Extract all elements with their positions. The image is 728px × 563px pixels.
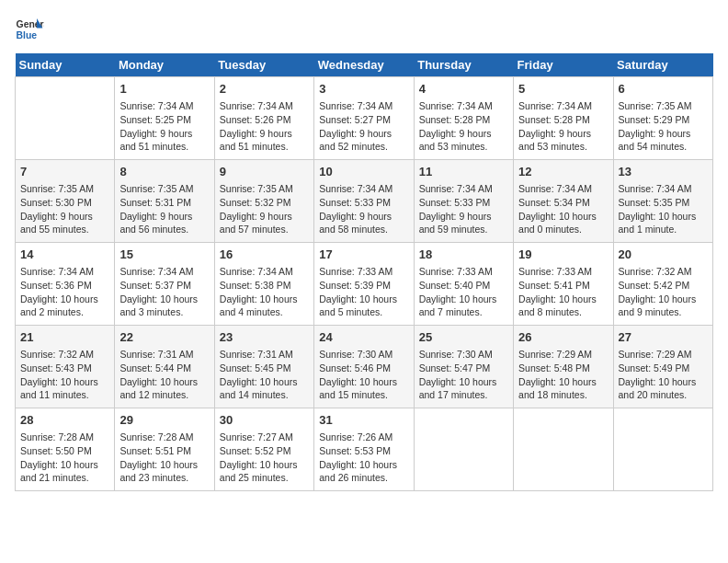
day-number: 5 (518, 81, 608, 98)
day-info: Sunrise: 7:28 AM Sunset: 5:51 PM Dayligh… (119, 431, 209, 485)
calendar-cell: 14Sunrise: 7:34 AM Sunset: 5:36 PM Dayli… (16, 243, 115, 326)
day-info: Sunrise: 7:31 AM Sunset: 5:44 PM Dayligh… (119, 348, 209, 402)
logo: General Blue (15, 15, 48, 44)
day-info: Sunrise: 7:30 AM Sunset: 5:47 PM Dayligh… (419, 348, 508, 402)
calendar-cell (613, 408, 712, 491)
day-number: 23 (220, 329, 309, 346)
day-info: Sunrise: 7:32 AM Sunset: 5:43 PM Dayligh… (20, 348, 109, 402)
calendar-cell: 6Sunrise: 7:35 AM Sunset: 5:29 PM Daylig… (613, 77, 712, 160)
calendar-header-monday: Monday (115, 53, 214, 77)
day-info: Sunrise: 7:34 AM Sunset: 5:33 PM Dayligh… (319, 182, 408, 236)
day-number: 27 (619, 329, 708, 346)
calendar-week-4: 21Sunrise: 7:32 AM Sunset: 5:43 PM Dayli… (16, 326, 713, 408)
day-number: 25 (419, 329, 508, 346)
day-info: Sunrise: 7:33 AM Sunset: 5:39 PM Dayligh… (319, 265, 408, 319)
day-number: 29 (119, 412, 209, 429)
calendar-cell (514, 408, 613, 491)
day-number: 17 (319, 247, 408, 263)
calendar-header-thursday: Thursday (414, 53, 513, 77)
calendar-cell: 31Sunrise: 7:26 AM Sunset: 5:53 PM Dayli… (314, 408, 414, 491)
calendar-cell: 9Sunrise: 7:35 AM Sunset: 5:32 PM Daylig… (214, 160, 313, 243)
day-info: Sunrise: 7:34 AM Sunset: 5:26 PM Dayligh… (220, 99, 309, 154)
day-number: 11 (419, 164, 508, 180)
calendar-cell: 7Sunrise: 7:35 AM Sunset: 5:30 PM Daylig… (16, 160, 115, 243)
calendar-header-row: SundayMondayTuesdayWednesdayThursdayFrid… (16, 53, 713, 77)
day-info: Sunrise: 7:34 AM Sunset: 5:33 PM Dayligh… (419, 182, 508, 236)
day-number: 1 (119, 81, 209, 98)
day-info: Sunrise: 7:34 AM Sunset: 5:38 PM Dayligh… (220, 265, 309, 319)
page-header: General Blue (15, 15, 713, 44)
day-info: Sunrise: 7:35 AM Sunset: 5:31 PM Dayligh… (119, 182, 209, 236)
calendar-cell: 5Sunrise: 7:34 AM Sunset: 5:28 PM Daylig… (514, 77, 613, 160)
calendar-cell: 28Sunrise: 7:28 AM Sunset: 5:50 PM Dayli… (16, 408, 115, 491)
day-info: Sunrise: 7:35 AM Sunset: 5:29 PM Dayligh… (619, 99, 708, 154)
calendar-cell: 1Sunrise: 7:34 AM Sunset: 5:25 PM Daylig… (115, 77, 214, 160)
calendar-cell: 17Sunrise: 7:33 AM Sunset: 5:39 PM Dayli… (314, 243, 414, 326)
day-info: Sunrise: 7:27 AM Sunset: 5:52 PM Dayligh… (220, 431, 309, 485)
calendar-cell: 15Sunrise: 7:34 AM Sunset: 5:37 PM Dayli… (115, 243, 214, 326)
day-number: 12 (518, 164, 608, 180)
calendar-cell: 24Sunrise: 7:30 AM Sunset: 5:46 PM Dayli… (314, 326, 414, 408)
day-number: 9 (220, 164, 309, 180)
calendar-cell: 18Sunrise: 7:33 AM Sunset: 5:40 PM Dayli… (414, 243, 513, 326)
calendar-week-5: 28Sunrise: 7:28 AM Sunset: 5:50 PM Dayli… (16, 408, 713, 491)
calendar-cell: 26Sunrise: 7:29 AM Sunset: 5:48 PM Dayli… (514, 326, 613, 408)
day-info: Sunrise: 7:34 AM Sunset: 5:27 PM Dayligh… (319, 99, 408, 154)
day-info: Sunrise: 7:32 AM Sunset: 5:42 PM Dayligh… (619, 265, 708, 319)
day-info: Sunrise: 7:33 AM Sunset: 5:40 PM Dayligh… (419, 265, 508, 319)
day-number: 21 (20, 329, 109, 346)
day-info: Sunrise: 7:35 AM Sunset: 5:32 PM Dayligh… (220, 182, 309, 236)
day-number: 26 (518, 329, 608, 346)
day-info: Sunrise: 7:35 AM Sunset: 5:30 PM Dayligh… (20, 182, 109, 236)
day-info: Sunrise: 7:34 AM Sunset: 5:37 PM Dayligh… (119, 265, 209, 319)
day-info: Sunrise: 7:34 AM Sunset: 5:36 PM Dayligh… (20, 265, 109, 319)
calendar-week-1: 1Sunrise: 7:34 AM Sunset: 5:25 PM Daylig… (16, 77, 713, 160)
calendar-cell: 21Sunrise: 7:32 AM Sunset: 5:43 PM Dayli… (16, 326, 115, 408)
day-number: 30 (220, 412, 309, 429)
day-number: 15 (119, 247, 209, 263)
calendar-cell: 16Sunrise: 7:34 AM Sunset: 5:38 PM Dayli… (214, 243, 313, 326)
day-number: 18 (419, 247, 508, 263)
day-number: 19 (518, 247, 608, 263)
day-number: 2 (220, 81, 309, 98)
calendar-cell (414, 408, 513, 491)
calendar-week-2: 7Sunrise: 7:35 AM Sunset: 5:30 PM Daylig… (16, 160, 713, 243)
day-number: 13 (619, 164, 708, 180)
day-info: Sunrise: 7:29 AM Sunset: 5:49 PM Dayligh… (619, 348, 708, 402)
calendar-header-wednesday: Wednesday (314, 53, 414, 77)
calendar-cell: 23Sunrise: 7:31 AM Sunset: 5:45 PM Dayli… (214, 326, 313, 408)
day-number: 3 (319, 81, 408, 98)
calendar-cell: 12Sunrise: 7:34 AM Sunset: 5:34 PM Dayli… (514, 160, 613, 243)
calendar-cell: 19Sunrise: 7:33 AM Sunset: 5:41 PM Dayli… (514, 243, 613, 326)
day-number: 16 (220, 247, 309, 263)
calendar-cell: 22Sunrise: 7:31 AM Sunset: 5:44 PM Dayli… (115, 326, 214, 408)
day-number: 4 (419, 81, 508, 98)
svg-text:Blue: Blue (17, 30, 38, 40)
calendar-cell: 25Sunrise: 7:30 AM Sunset: 5:47 PM Dayli… (414, 326, 513, 408)
calendar-week-3: 14Sunrise: 7:34 AM Sunset: 5:36 PM Dayli… (16, 243, 713, 326)
calendar-cell: 2Sunrise: 7:34 AM Sunset: 5:26 PM Daylig… (214, 77, 313, 160)
day-info: Sunrise: 7:34 AM Sunset: 5:34 PM Dayligh… (518, 182, 608, 236)
calendar-header-tuesday: Tuesday (214, 53, 313, 77)
calendar-header-saturday: Saturday (613, 53, 712, 77)
day-number: 22 (119, 329, 209, 346)
day-number: 31 (319, 412, 408, 429)
calendar-cell: 11Sunrise: 7:34 AM Sunset: 5:33 PM Dayli… (414, 160, 513, 243)
logo-icon: General Blue (15, 15, 44, 44)
calendar-cell: 10Sunrise: 7:34 AM Sunset: 5:33 PM Dayli… (314, 160, 414, 243)
day-number: 24 (319, 329, 408, 346)
calendar-table: SundayMondayTuesdayWednesdayThursdayFrid… (15, 53, 713, 491)
calendar-cell: 20Sunrise: 7:32 AM Sunset: 5:42 PM Dayli… (613, 243, 712, 326)
day-number: 7 (20, 164, 109, 180)
day-info: Sunrise: 7:31 AM Sunset: 5:45 PM Dayligh… (220, 348, 309, 402)
day-info: Sunrise: 7:33 AM Sunset: 5:41 PM Dayligh… (518, 265, 608, 319)
day-info: Sunrise: 7:34 AM Sunset: 5:28 PM Dayligh… (419, 99, 508, 154)
day-number: 10 (319, 164, 408, 180)
day-info: Sunrise: 7:34 AM Sunset: 5:25 PM Dayligh… (119, 99, 209, 154)
calendar-cell: 4Sunrise: 7:34 AM Sunset: 5:28 PM Daylig… (414, 77, 513, 160)
calendar-cell: 29Sunrise: 7:28 AM Sunset: 5:51 PM Dayli… (115, 408, 214, 491)
day-number: 28 (20, 412, 109, 429)
day-number: 8 (119, 164, 209, 180)
day-number: 20 (619, 247, 708, 263)
day-info: Sunrise: 7:29 AM Sunset: 5:48 PM Dayligh… (518, 348, 608, 402)
